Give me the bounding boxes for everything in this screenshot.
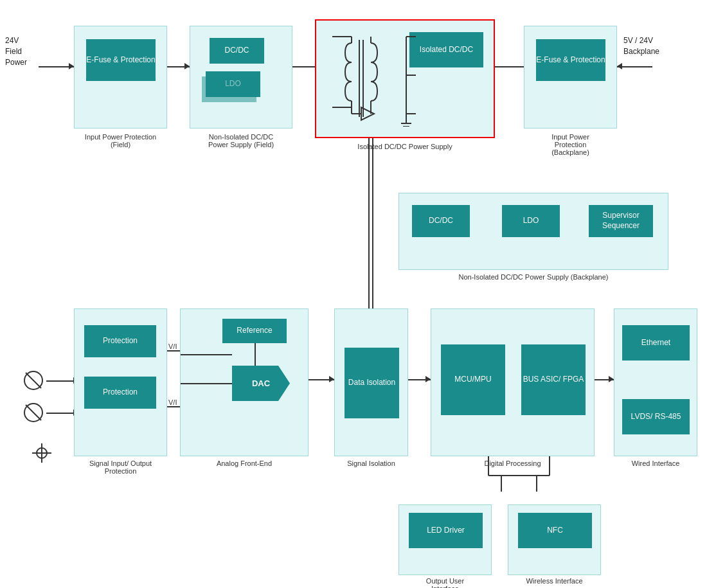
container-isolated-supply: Isolated DC/DC	[315, 19, 495, 138]
vi1-line	[181, 354, 232, 355]
container-output-ui: LED Driver	[398, 504, 492, 575]
block-mcu-mpu: MCU/MPU	[441, 344, 505, 415]
ref-to-dac-line	[255, 343, 256, 366]
block-protection1: Protection	[84, 325, 156, 357]
arrowhead-nonisolated	[184, 63, 190, 69]
container-non-isolated-field: DC/DC LDO	[190, 26, 292, 129]
label-wired-interface: Wired Interface	[614, 459, 697, 467]
block-supervisor: Supervisor Sequencer	[589, 205, 653, 237]
block-nfc: NFC	[518, 513, 592, 548]
arrowhead-backplane	[617, 63, 622, 69]
container-input-power-backplane: E-Fuse & Protection	[524, 26, 617, 129]
block-ethernet: Ethernet	[622, 325, 690, 361]
block-lvds-rs485: LVDS/ RS-485	[622, 399, 690, 434]
container-signal-isolation: Data Isolation	[334, 308, 408, 456]
block-reference: Reference	[222, 319, 287, 343]
label-analog-frontend: Analog Front-End	[180, 459, 309, 467]
label-non-isolated-field: Non-Isolated DC/DCPower Supply (Field)	[190, 133, 292, 148]
arrowhead-afe-isolation	[329, 376, 334, 382]
digital-to-output-lines	[447, 456, 595, 495]
arrowhead-digital-wired	[609, 376, 614, 382]
svg-line-21	[26, 405, 41, 420]
connector-symbol	[32, 443, 51, 463]
transformer-symbol	[326, 30, 397, 127]
label-wireless: Wireless Interface	[508, 577, 601, 585]
arrow-backplane	[617, 66, 652, 67]
label-signal-protection: Signal Input/ Output Protection	[74, 459, 167, 475]
arrowhead-field-efuse	[69, 63, 74, 69]
label-output-ui: Output UserInterface	[398, 577, 492, 588]
block-ldo-backplane: LDO	[502, 205, 560, 237]
block-protection2: Protection	[84, 377, 156, 409]
container-non-isolated-backplane: DC/DC LDO Supervisor Sequencer	[398, 193, 668, 270]
container-wireless: NFC	[508, 504, 601, 575]
signal-icon-2	[22, 402, 45, 424]
svg-line-19	[26, 373, 41, 388]
transformer-right-lines	[393, 30, 419, 127]
block-ldo-shadow	[202, 76, 256, 102]
block-dcdc-field: DC/DC	[210, 38, 264, 64]
block-efuse-field: E-Fuse & Protection	[86, 39, 156, 81]
container-digital-processing: MCU/MPU BUS ASIC/ FPGA	[431, 308, 595, 456]
vi2-label: V/I	[168, 398, 177, 406]
label-input-power-backplane: Input PowerProtection(Backplane)	[524, 133, 617, 156]
arrowhead-isolation-digital	[425, 376, 431, 382]
label-input-power-field: Input Power Protection (Field)	[74, 133, 167, 148]
container-analog-frontend: Reference DAC	[180, 308, 309, 456]
block-bus-asic-fpga: BUS ASIC/ FPGA	[521, 344, 586, 415]
container-wired-interface: Ethernet LVDS/ RS-485	[614, 308, 697, 456]
block-efuse-backplane: E-Fuse & Protection	[536, 39, 605, 81]
block-diagram: 24V Field Power E-Fuse & Protection Inpu…	[0, 0, 707, 588]
label-non-isolated-backplane: Non-Isolated DC/DC Power Supply (Backpla…	[398, 273, 668, 281]
container-input-power-field: E-Fuse & Protection	[74, 26, 167, 129]
backplane-label: 5V / 24VBackplane	[623, 35, 659, 57]
field-power-label: 24V Field Power	[5, 35, 27, 67]
block-dcdc-backplane: DC/DC	[412, 205, 470, 237]
vi2-line	[181, 383, 232, 384]
block-data-isolation: Data Isolation	[345, 348, 399, 418]
label-signal-isolation: Signal Isolation	[334, 459, 408, 467]
signal-icon-1	[22, 370, 45, 392]
label-isolated-supply: Isolated DC/DC Power Supply	[315, 143, 495, 150]
block-led-driver: LED Driver	[409, 513, 483, 548]
block-dac: DAC	[232, 366, 290, 401]
block-isolated-dcdc: Isolated DC/DC	[409, 32, 483, 67]
container-signal-protection: Protection Protection	[74, 308, 167, 456]
arrow-isolated-to-backplane	[495, 66, 524, 67]
vi1-label: V/I	[168, 343, 177, 350]
